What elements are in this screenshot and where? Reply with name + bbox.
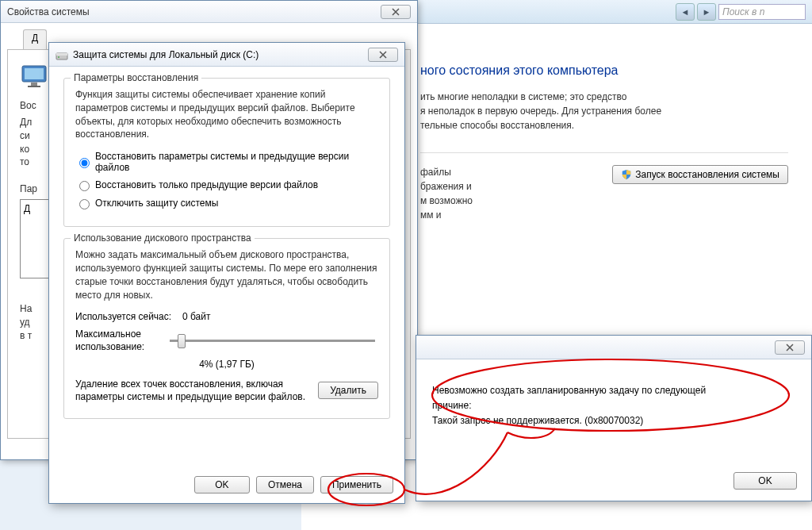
tab-partial[interactable]: Д [23, 29, 47, 49]
radio-input[interactable] [79, 199, 90, 209]
system-protection-dialog: Защита системы для Локальный диск (C:) П… [48, 42, 405, 504]
error-buttons: OK [733, 472, 797, 490]
svg-rect-5 [56, 53, 67, 56]
usage-label: Используется сейчас: [75, 311, 182, 322]
error-ok-button[interactable]: OK [733, 472, 797, 490]
radio-label: Отключить защиту системы [95, 198, 218, 209]
error-dialog: Невозможно создать запланированную задач… [416, 335, 812, 501]
delete-desc: Удаление всех точек восстановления, вклю… [75, 378, 318, 405]
shield-icon [621, 169, 632, 180]
max-usage-slider-row: Максимальное использование: [75, 328, 378, 353]
restore-row-text: файлы бражения и м возможно мм и [420, 165, 612, 222]
radio-input[interactable] [79, 181, 90, 191]
delete-button[interactable]: Удалить [318, 382, 378, 399]
error-body: Невозможно создать запланированную задач… [416, 359, 811, 441]
group2-desc: Можно задать максимальный объем дисковог… [75, 248, 378, 301]
restore-settings-group: Параметры восстановления Функция защиты … [63, 78, 390, 227]
radio-label: Восстановить только предыдущие версии фа… [95, 179, 318, 190]
close-button[interactable] [775, 340, 805, 355]
delete-restore-points-row: Удаление всех точек восстановления, вклю… [75, 378, 378, 405]
sysprops-title: Свойства системы [7, 6, 90, 17]
cancel-button[interactable]: Отмена [256, 476, 314, 494]
radio-input[interactable] [79, 158, 90, 168]
sysprops-titlebar: Свойства системы [1, 1, 417, 23]
max-usage-value: 4% (1,97 ГБ) [75, 359, 378, 370]
radio-label: Восстановить параметры системы и предыду… [95, 151, 378, 173]
disk-usage-group: Использование дискового пространства Мож… [63, 238, 390, 419]
start-system-restore-button[interactable]: Запуск восстановления системы [612, 165, 788, 184]
protect-title: Защита системы для Локальный диск (C:) [73, 49, 259, 60]
close-button[interactable] [368, 48, 398, 62]
close-button[interactable] [381, 5, 411, 19]
svg-rect-3 [28, 86, 40, 87]
group2-title: Использование дискового пространства [71, 232, 255, 244]
radio-restore-files-only[interactable]: Восстановить только предыдущие версии фа… [75, 179, 378, 191]
restore-button-label: Запуск восстановления системы [635, 169, 779, 180]
group1-desc: Функция защиты системы обеспечивает хран… [75, 88, 378, 141]
nav-next-button[interactable]: ► [697, 3, 716, 21]
search-input[interactable]: Поиск в п [718, 4, 806, 20]
restore-row: файлы бражения и м возможно мм и Запуск … [420, 152, 788, 222]
monitor-icon [20, 62, 48, 90]
protect-titlebar: Защита системы для Локальный диск (C:) [49, 43, 404, 67]
usage-slider[interactable] [170, 340, 375, 342]
nav-prev-button[interactable]: ◄ [676, 3, 695, 21]
max-usage-label: Максимальное использование: [75, 328, 167, 353]
svg-point-6 [58, 56, 59, 58]
radio-restore-system-and-files[interactable]: Восстановить параметры системы и предыду… [75, 151, 378, 173]
group1-title: Параметры восстановления [71, 72, 201, 83]
dialog-buttons-row: OK Отмена Применить [194, 476, 393, 494]
usage-value: 0 байт [182, 311, 210, 322]
error-titlebar [416, 336, 811, 359]
error-text: Невозможно создать запланированную задач… [432, 383, 795, 429]
ok-button[interactable]: OK [194, 476, 250, 494]
drive-icon [56, 48, 68, 61]
recovery-heading: ного состояния этого компьютера [420, 63, 788, 78]
recovery-paragraph: ить многие неполадки в системе; это сред… [420, 90, 788, 132]
current-usage-row: Используется сейчас: 0 байт [75, 311, 378, 322]
svg-rect-1 [25, 68, 44, 79]
slider-thumb[interactable] [178, 334, 186, 348]
svg-rect-2 [31, 83, 37, 86]
apply-button[interactable]: Применить [320, 476, 393, 494]
radio-disable-protection[interactable]: Отключить защиту системы [75, 197, 378, 209]
